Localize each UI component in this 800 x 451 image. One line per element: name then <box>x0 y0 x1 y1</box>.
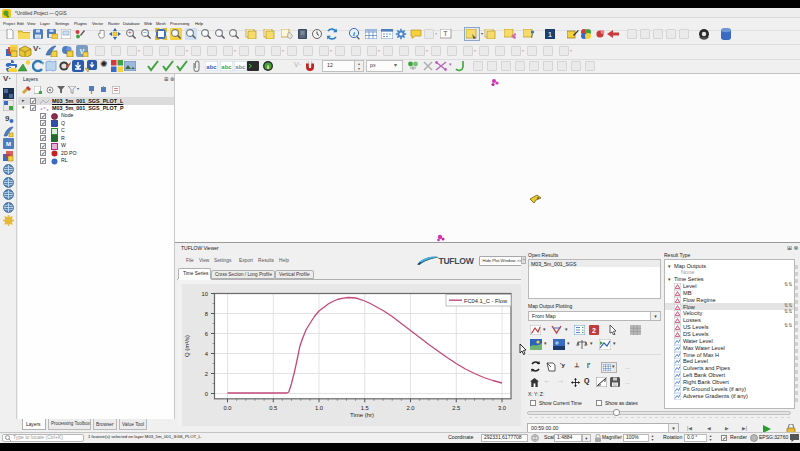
svg-text:2: 2 <box>592 327 596 334</box>
svg-text:abc: abc <box>235 64 246 70</box>
svg-text:Q (m³/s): Q (m³/s) <box>184 335 190 357</box>
svg-text:1: 1 <box>548 31 552 38</box>
svg-text:M: M <box>6 141 11 147</box>
svg-text:10: 10 <box>202 291 208 297</box>
svg-text:6: 6 <box>205 331 208 337</box>
svg-text:i: i <box>267 63 269 71</box>
svg-text:9: 9 <box>5 114 10 123</box>
svg-text:0: 0 <box>205 391 208 397</box>
svg-text:3.0: 3.0 <box>498 405 506 411</box>
svg-text:+: + <box>128 29 132 36</box>
svg-text:abc: abc <box>221 64 232 70</box>
svg-text:Time (hr): Time (hr) <box>350 412 374 418</box>
svg-text:−: − <box>143 29 147 36</box>
svg-text:1.5: 1.5 <box>361 405 369 411</box>
svg-text:FC04.1_C - Flow: FC04.1_C - Flow <box>464 298 508 304</box>
svg-text:abc: abc <box>206 64 217 70</box>
svg-text:i: i <box>353 30 355 38</box>
svg-text:2: 2 <box>205 371 208 377</box>
svg-text:8: 8 <box>205 311 208 317</box>
svg-text:2.0: 2.0 <box>406 405 414 411</box>
svg-text:T: T <box>443 30 448 37</box>
svg-text:0.0: 0.0 <box>223 405 231 411</box>
svg-text:TUFLOW: TUFLOW <box>439 256 475 266</box>
svg-text:2.5: 2.5 <box>452 405 460 411</box>
svg-text:1.0: 1.0 <box>315 405 323 411</box>
svg-text:0.5: 0.5 <box>269 405 277 411</box>
